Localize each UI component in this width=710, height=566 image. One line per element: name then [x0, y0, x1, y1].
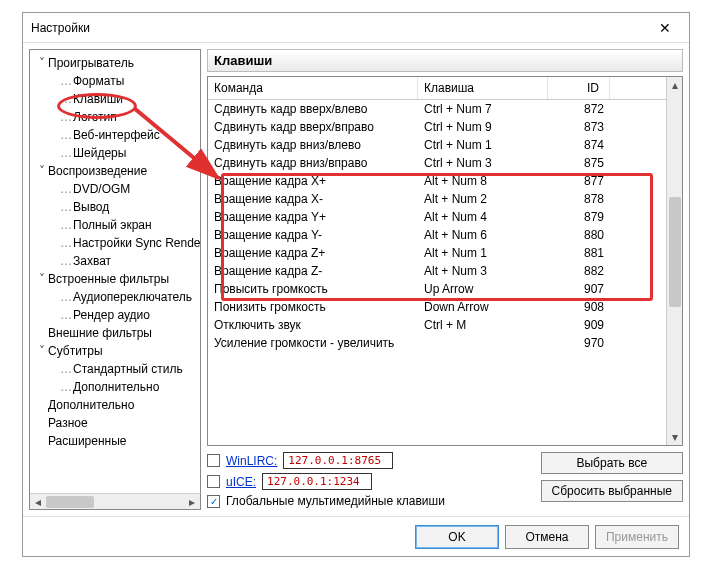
table-cell: 909	[548, 316, 610, 334]
table-vscrollbar[interactable]: ▴ ▾	[666, 77, 682, 445]
tree-item[interactable]: …Захват	[32, 252, 198, 270]
global-keys-label: Глобальные мультимедийные клавиши	[226, 494, 445, 508]
table-row[interactable]: Усиление громкости - увеличить970	[208, 334, 666, 352]
tree-group[interactable]: Дополнительно	[32, 396, 198, 414]
table-cell: 907	[548, 280, 610, 298]
scroll-down-icon[interactable]: ▾	[667, 429, 683, 445]
tree-item[interactable]: …Вывод	[32, 198, 198, 216]
tree-group[interactable]: ˅Субтитры	[32, 342, 198, 360]
right-panel: Клавиши Команда Клавиша ID Сдвинуть кадр…	[207, 49, 683, 510]
table-row[interactable]: Вращение кадра Z-Alt + Num 3882	[208, 262, 666, 280]
winlirc-checkbox[interactable]	[207, 454, 220, 467]
tree-group[interactable]: ˅Воспроизведение	[32, 162, 198, 180]
tree-item[interactable]: …Дополнительно	[32, 378, 198, 396]
tree-item[interactable]: …Полный экран	[32, 216, 198, 234]
table-cell: 881	[548, 244, 610, 262]
bottom-options: WinLIRC: 127.0.0.1:8765 uICE: 127.0.0.1:…	[207, 450, 683, 510]
tree-label: Дополнительно	[48, 398, 134, 412]
uice-address-input[interactable]: 127.0.0.1:1234	[262, 473, 372, 490]
expand-icon[interactable]: ˅	[36, 344, 48, 358]
table-row[interactable]: Вращение кадра Y+Alt + Num 4879	[208, 208, 666, 226]
tree-label: Полный экран	[73, 218, 152, 232]
tree-label: Форматы	[73, 74, 124, 88]
table-cell: Вращение кадра Y+	[208, 208, 418, 226]
tree-group[interactable]: Внешние фильтры	[32, 324, 198, 342]
tree-group[interactable]: Расширенные	[32, 432, 198, 450]
reset-selected-button[interactable]: Сбросить выбранные	[541, 480, 683, 502]
table-cell: 908	[548, 298, 610, 316]
scroll-left-icon[interactable]: ◂	[30, 494, 46, 510]
tree-connector-icon: …	[60, 218, 71, 232]
scroll-right-icon[interactable]: ▸	[184, 494, 200, 510]
tree-group[interactable]: ˅Встроенные фильтры	[32, 270, 198, 288]
table-cell: Down Arrow	[418, 298, 548, 316]
table-row[interactable]: Сдвинуть кадр вверх/влевоCtrl + Num 7872	[208, 100, 666, 118]
table-row[interactable]: Вращение кадра X+Alt + Num 8877	[208, 172, 666, 190]
ok-button[interactable]: OK	[415, 525, 499, 549]
settings-window: Настройки ✕ ˅Проигрыватель…Форматы…Клави…	[22, 12, 690, 557]
settings-tree[interactable]: ˅Проигрыватель…Форматы…Клавиши…Логотип…В…	[30, 50, 200, 493]
tree-label: Шейдеры	[73, 146, 126, 160]
tree-label: DVD/OGM	[73, 182, 130, 196]
tree-connector-icon: …	[60, 92, 71, 106]
expand-icon[interactable]: ˅	[36, 56, 48, 70]
scroll-up-icon[interactable]: ▴	[667, 77, 683, 93]
keys-table[interactable]: Команда Клавиша ID Сдвинуть кадр вверх/в…	[208, 77, 666, 445]
table-row[interactable]: Сдвинуть кадр вверх/вправоCtrl + Num 987…	[208, 118, 666, 136]
tree-item[interactable]: …Стандартный стиль	[32, 360, 198, 378]
table-row[interactable]: Повысить громкостьUp Arrow907	[208, 280, 666, 298]
table-cell: Усиление громкости - увеличить	[208, 334, 418, 352]
table-cell: Повысить громкость	[208, 280, 418, 298]
table-row[interactable]: Сдвинуть кадр вниз/влевоCtrl + Num 1874	[208, 136, 666, 154]
table-row[interactable]: Вращение кадра Z+Alt + Num 1881	[208, 244, 666, 262]
table-cell: Ctrl + Num 3	[418, 154, 548, 172]
close-icon[interactable]: ✕	[649, 20, 681, 36]
expand-icon[interactable]: ˅	[36, 272, 48, 286]
tree-label: Разное	[48, 416, 88, 430]
apply-button[interactable]: Применить	[595, 525, 679, 549]
tree-label: Расширенные	[48, 434, 127, 448]
tree-group[interactable]: Разное	[32, 414, 198, 432]
table-row[interactable]: Вращение кадра X-Alt + Num 2878	[208, 190, 666, 208]
tree-item[interactable]: …Рендер аудио	[32, 306, 198, 324]
table-row[interactable]: Вращение кадра Y-Alt + Num 6880	[208, 226, 666, 244]
cancel-button[interactable]: Отмена	[505, 525, 589, 549]
tree-item[interactable]: …Веб-интерфейс	[32, 126, 198, 144]
header-id[interactable]: ID	[548, 77, 610, 99]
tree-label: Захват	[73, 254, 111, 268]
scroll-thumb[interactable]	[46, 496, 94, 508]
tree-item[interactable]: …Аудиопереключатель	[32, 288, 198, 306]
tree-item[interactable]: …Шейдеры	[32, 144, 198, 162]
table-row[interactable]: Отключить звукCtrl + M909	[208, 316, 666, 334]
table-cell: Сдвинуть кадр вверх/вправо	[208, 118, 418, 136]
tree-label: Аудиопереключатель	[73, 290, 192, 304]
tree-item[interactable]: …Логотип	[32, 108, 198, 126]
winlirc-row: WinLIRC: 127.0.0.1:8765	[207, 452, 533, 469]
tree-item[interactable]: …DVD/OGM	[32, 180, 198, 198]
winlirc-address-input[interactable]: 127.0.0.1:8765	[283, 452, 393, 469]
tree-label: Рендер аудио	[73, 308, 150, 322]
global-keys-checkbox[interactable]: ✓	[207, 495, 220, 508]
header-key[interactable]: Клавиша	[418, 77, 548, 99]
winlirc-link[interactable]: WinLIRC:	[226, 454, 277, 468]
tree-item[interactable]: …Настройки Sync Render	[32, 234, 198, 252]
global-keys-row: ✓ Глобальные мультимедийные клавиши	[207, 494, 533, 508]
tree-label: Логотип	[73, 110, 117, 124]
expand-icon[interactable]: ˅	[36, 164, 48, 178]
uice-checkbox[interactable]	[207, 475, 220, 488]
tree-group[interactable]: ˅Проигрыватель	[32, 54, 198, 72]
header-command[interactable]: Команда	[208, 77, 418, 99]
table-cell: 873	[548, 118, 610, 136]
scroll-thumb[interactable]	[669, 197, 681, 307]
tree-label: Воспроизведение	[48, 164, 147, 178]
table-row[interactable]: Понизить громкостьDown Arrow908	[208, 298, 666, 316]
select-all-button[interactable]: Выбрать все	[541, 452, 683, 474]
table-row[interactable]: Сдвинуть кадр вниз/вправоCtrl + Num 3875	[208, 154, 666, 172]
tree-label: Встроенные фильтры	[48, 272, 169, 286]
tree-item[interactable]: …Форматы	[32, 72, 198, 90]
tree-hscrollbar[interactable]: ◂ ▸	[30, 493, 200, 509]
uice-link[interactable]: uICE:	[226, 475, 256, 489]
tree-item[interactable]: …Клавиши	[32, 90, 198, 108]
table-cell: Вращение кадра Y-	[208, 226, 418, 244]
table-cell: Ctrl + Num 7	[418, 100, 548, 118]
